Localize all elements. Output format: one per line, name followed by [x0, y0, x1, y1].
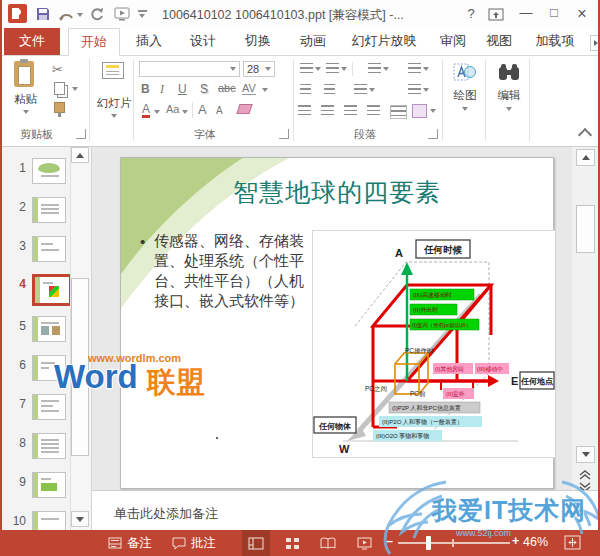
paste-button[interactable]: 粘贴: [14, 61, 37, 114]
tab-file[interactable]: 文件: [4, 28, 60, 55]
tab-animations[interactable]: 动画: [288, 28, 338, 54]
align-center-icon[interactable]: [321, 105, 334, 115]
columns-icon[interactable]: [354, 84, 367, 94]
font-dialog-launcher[interactable]: [279, 129, 289, 139]
vertical-scrollbar-thumb[interactable]: [576, 205, 595, 253]
thumbnail-slide-3[interactable]: 3: [10, 236, 66, 262]
numbering-dropdown[interactable]: [341, 67, 347, 71]
drawing-button[interactable]: 绘图: [449, 62, 481, 111]
underline-button[interactable]: U: [178, 82, 187, 96]
font-color-button[interactable]: A: [142, 103, 150, 118]
tab-home[interactable]: 开始: [68, 28, 120, 56]
slide-sorter-button[interactable]: [278, 530, 306, 556]
powerpoint-app-icon[interactable]: [8, 4, 27, 23]
vertical-scrollbar-track[interactable]: [572, 145, 600, 490]
text-shadow-button[interactable]: S: [200, 82, 208, 96]
text-direction-icon[interactable]: [408, 63, 421, 73]
decrease-indent-icon[interactable]: [300, 84, 311, 94]
strikethrough-button[interactable]: abc: [218, 82, 236, 94]
thumbnail-slide-2[interactable]: 2: [10, 197, 66, 223]
smartart-convert-icon[interactable]: [412, 104, 427, 118]
clear-formatting-icon[interactable]: [236, 104, 252, 114]
thumbnail-scroll-up-button[interactable]: [71, 147, 89, 163]
tab-slideshow[interactable]: 幻灯片放映: [342, 28, 426, 54]
save-icon[interactable]: [35, 6, 51, 26]
zoom-slider-track[interactable]: [398, 542, 510, 544]
bold-button[interactable]: B: [141, 82, 150, 96]
text-direction-dropdown[interactable]: [423, 67, 429, 71]
new-slide-button[interactable]: 幻灯片: [97, 62, 132, 118]
redo-icon[interactable]: [89, 6, 105, 26]
qat-customize-arrow[interactable]: [138, 10, 147, 12]
align-right-icon[interactable]: [344, 105, 357, 115]
tab-view[interactable]: 视图: [474, 28, 524, 54]
comments-toggle-icon[interactable]: [172, 536, 186, 554]
comments-toggle-label[interactable]: 批注: [191, 535, 216, 552]
thumbnail-slide-1[interactable]: 1: [10, 158, 66, 184]
thumbnail-slide-5[interactable]: 5: [10, 316, 66, 342]
format-painter-icon[interactable]: [54, 102, 65, 113]
undo-icon[interactable]: [59, 8, 75, 26]
character-spacing-button[interactable]: AV: [242, 82, 256, 95]
italic-button[interactable]: I: [160, 82, 164, 97]
notes-toggle-label[interactable]: 备注: [127, 535, 152, 552]
zoom-in-button[interactable]: +: [512, 534, 519, 548]
zoom-out-button[interactable]: –: [386, 534, 393, 548]
line-spacing-icon[interactable]: [368, 63, 381, 73]
font-color-dropdown[interactable]: [154, 110, 160, 114]
copy-dropdown[interactable]: [72, 87, 78, 91]
line-spacing-dropdown[interactable]: [383, 67, 389, 71]
notes-toggle-icon[interactable]: [108, 536, 122, 554]
qat-customize-dropdown[interactable]: [139, 14, 145, 18]
columns-dropdown[interactable]: [369, 88, 375, 92]
align-left-icon[interactable]: [298, 105, 311, 115]
font-name-combo[interactable]: [139, 61, 240, 77]
slideshow-button[interactable]: [350, 530, 378, 556]
slide-bullet-text[interactable]: 传感器、网络、存储装置、处理系统（个性平台、共性平台）（人机接口、嵌入式软件等）: [154, 231, 316, 311]
undo-dropdown-arrow[interactable]: [77, 13, 83, 17]
align-text-icon[interactable]: [408, 84, 421, 94]
thumbnail-slide-10[interactable]: 10: [10, 511, 66, 530]
zoom-slider-thumb[interactable]: [426, 536, 431, 550]
bullets-dropdown[interactable]: [315, 67, 321, 71]
zoom-percentage[interactable]: 46%: [523, 535, 548, 549]
smartart-dropdown[interactable]: [430, 109, 436, 113]
cut-icon[interactable]: ✂: [52, 62, 63, 77]
slide-title[interactable]: 智慧地球的四要素: [152, 176, 522, 209]
tab-transitions[interactable]: 切换: [233, 28, 283, 54]
spacing-dropdown[interactable]: [262, 88, 268, 92]
change-case-dropdown[interactable]: [182, 110, 188, 114]
numbering-icon[interactable]: [326, 63, 339, 73]
editing-button[interactable]: 编辑: [493, 62, 525, 111]
fit-to-window-button[interactable]: [564, 535, 581, 554]
thumbnail-slide-7[interactable]: 7: [10, 394, 66, 420]
minimize-button[interactable]: —: [516, 5, 536, 20]
tab-review[interactable]: 审阅: [428, 28, 478, 54]
collapse-ribbon-button[interactable]: [578, 128, 592, 142]
increase-indent-icon[interactable]: [324, 84, 335, 94]
tab-addins[interactable]: 加载项: [526, 28, 584, 54]
tab-design[interactable]: 设计: [178, 28, 228, 54]
paragraph-dialog-launcher[interactable]: [428, 129, 438, 139]
shrink-font-button[interactable]: A: [216, 105, 223, 116]
ribbon-display-options-icon[interactable]: [488, 7, 504, 25]
thumbnail-slide-8[interactable]: 8: [10, 433, 66, 459]
thumbnail-scrollbar-thumb[interactable]: [71, 278, 89, 456]
tab-overflow-arrow[interactable]: [590, 35, 600, 51]
clipboard-dialog-launcher[interactable]: [76, 129, 86, 139]
grow-font-button[interactable]: A: [198, 102, 207, 117]
thumbnail-slide-9[interactable]: 9: [10, 472, 66, 498]
thumbnail-slide-4-selected[interactable]: 4: [10, 274, 72, 306]
diagram-container[interactable]: A 任何时候 (III)高速移动时 (II)外出时 (I)室内（坐在pc前以外）…: [312, 230, 556, 458]
notes-placeholder[interactable]: 单击此处添加备注: [114, 505, 218, 523]
thumbnail-scroll-down-button[interactable]: [71, 511, 89, 527]
change-case-button[interactable]: Aa: [166, 103, 179, 115]
align-text-dropdown[interactable]: [423, 88, 429, 92]
help-icon[interactable]: ?: [462, 6, 480, 21]
close-button[interactable]: ×: [572, 5, 592, 23]
scroll-up-button[interactable]: [576, 149, 595, 166]
bullets-icon[interactable]: [300, 63, 313, 73]
thumbnail-slide-6[interactable]: 6: [10, 355, 66, 381]
notes-pane[interactable]: 单击此处添加备注: [92, 490, 600, 530]
scroll-down-button[interactable]: [576, 446, 595, 463]
